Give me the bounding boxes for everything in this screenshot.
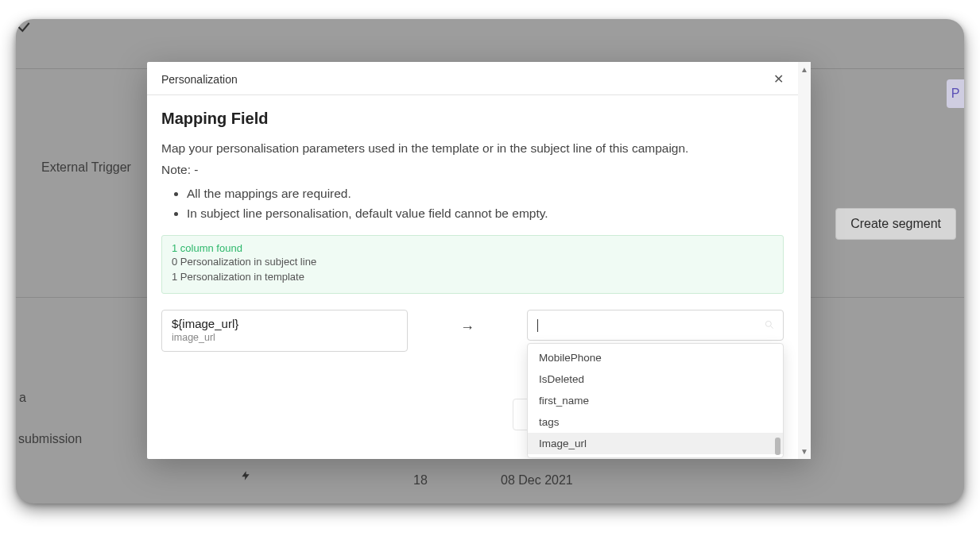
bolt-icon <box>240 469 251 486</box>
section-label-external-trigger: External Trigger <box>41 160 131 175</box>
mapping-field-title: Mapping Field <box>161 110 784 128</box>
personalization-modal: Personalization ✕ Mapping Field Map your… <box>147 62 811 459</box>
check-icon <box>16 19 37 40</box>
row-text-submission: submission <box>18 432 82 446</box>
corner-button[interactable]: P <box>947 79 964 108</box>
info-template-count: 1 Personalization in template <box>172 269 773 285</box>
info-columns-found: 1 column found <box>172 242 773 254</box>
info-box: 1 column found 0 Personalization in subj… <box>161 235 784 294</box>
note-item: In subject line personalisation, default… <box>187 203 784 224</box>
parameter-variable: ${image_url} <box>172 317 397 330</box>
svg-point-0 <box>765 321 771 326</box>
svg-line-1 <box>771 326 773 328</box>
modal-header-title: Personalization <box>161 73 238 86</box>
row-text-a: a <box>19 391 26 405</box>
arrow-icon: → <box>408 310 527 336</box>
note-list: All the mappings are required. In subjec… <box>187 183 784 224</box>
mapping-dropdown: MobilePhone IsDeleted first_name tags Im… <box>527 343 784 458</box>
search-icon <box>764 319 775 330</box>
modal-header: Personalization ✕ <box>147 62 798 95</box>
scroll-down-icon[interactable]: ▼ <box>800 447 808 456</box>
modal-scrollbar[interactable]: ▲ ▼ <box>798 62 811 459</box>
parameter-box: ${image_url} image_url <box>161 310 408 352</box>
dropdown-option-mobilephone[interactable]: MobilePhone <box>528 347 783 368</box>
date-value: 08 Dec 2021 <box>501 473 573 488</box>
count-value: 18 <box>413 473 428 488</box>
close-icon[interactable]: ✕ <box>773 71 784 87</box>
scroll-up-icon[interactable]: ▲ <box>800 65 808 74</box>
mapping-select-input[interactable] <box>527 310 784 341</box>
app-frame: External Trigger a submission 18 08 Dec … <box>16 19 964 503</box>
info-subject-count: 0 Personalization in subject line <box>172 254 773 270</box>
note-item: All the mappings are required. <box>187 183 784 204</box>
dropdown-option-isdeleted[interactable]: IsDeleted <box>528 368 783 390</box>
dropdown-option-image-url[interactable]: Image_url <box>528 433 783 454</box>
dropdown-scrollbar-thumb[interactable] <box>775 438 781 455</box>
mapping-row: ${image_url} image_url → <box>161 310 784 352</box>
create-segment-button[interactable]: Create segment <box>835 208 956 240</box>
parameter-name: image_url <box>172 332 397 343</box>
note-label: Note: - <box>161 160 784 180</box>
dropdown-option-tags[interactable]: tags <box>528 411 783 433</box>
mapping-description: Map your personalisation parameters used… <box>161 139 784 159</box>
dropdown-option-first-name[interactable]: first_name <box>528 390 783 411</box>
